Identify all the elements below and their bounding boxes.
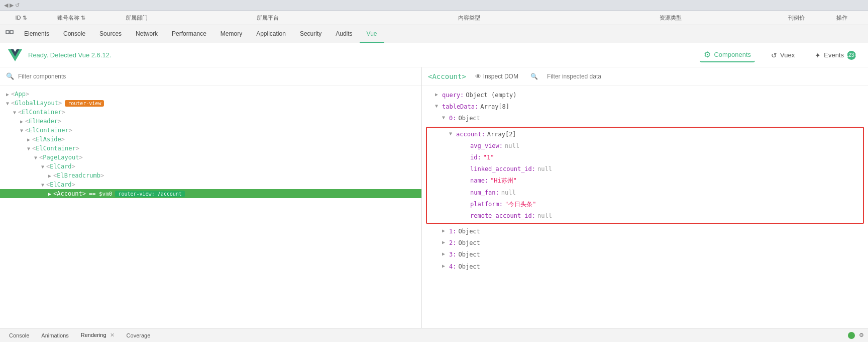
data-row-platform: platform: "今日头条" bbox=[427, 199, 863, 210]
tab-elements[interactable]: Elements bbox=[17, 25, 56, 43]
devtools-tab-bar: Elements Console Sources Network Perform… bbox=[0, 25, 868, 43]
tree-item-elaside[interactable]: <ElAside> bbox=[0, 135, 421, 144]
components-button[interactable]: ⚙ Components bbox=[700, 48, 755, 62]
tree-item-elheader[interactable]: <ElHeader> bbox=[0, 117, 421, 126]
vue-panel-header: Ready. Detected Vue 2.6.12. ⚙ Components… bbox=[0, 43, 868, 67]
svg-rect-1 bbox=[10, 31, 13, 34]
tab-application[interactable]: Application bbox=[249, 25, 293, 43]
tree-arrow-elcontainer2[interactable] bbox=[18, 128, 25, 133]
data-tree: query: Object (empty) tableData: Array[8… bbox=[422, 86, 868, 328]
tree-arrow-elbreadcrumb[interactable] bbox=[46, 173, 53, 179]
tree-arrow-elcontainer1[interactable] bbox=[11, 110, 18, 115]
bottom-tab-animations[interactable]: Animations bbox=[36, 331, 73, 340]
bottom-tab-console[interactable]: Console bbox=[4, 331, 34, 340]
eye-icon: 👁 bbox=[475, 73, 481, 80]
tree-item-elcontainer-2[interactable]: <ElContainer> bbox=[0, 126, 421, 135]
data-row-tabledata: tableData: Array[8] bbox=[422, 101, 868, 113]
filter-bar: 🔍 bbox=[0, 67, 421, 86]
data-row-name: name: "Hi苏州" bbox=[427, 175, 863, 187]
page-table-header: ID ⇅ 账号名称 ⇅ 所属部门 所属平台 内容类型 资源类型 刊例价 操作 bbox=[0, 11, 868, 25]
components-icon: ⚙ bbox=[704, 50, 711, 59]
filter-inspected-input[interactable] bbox=[547, 73, 862, 80]
events-badge: 123+ bbox=[847, 51, 856, 60]
events-label: Events bbox=[824, 51, 844, 59]
item0-arrow[interactable] bbox=[442, 114, 449, 122]
devtools-panel: Elements Console Sources Network Perform… bbox=[0, 25, 868, 342]
col-ops: 操作 bbox=[822, 14, 862, 22]
tree-arrow-elcard2[interactable] bbox=[39, 182, 46, 188]
tab-vue[interactable]: Vue bbox=[360, 25, 384, 43]
tree-item-elcard-1[interactable]: <ElCard> bbox=[0, 162, 421, 171]
data-row-query: query: Object (empty) bbox=[422, 90, 868, 101]
tree-arrow-account[interactable] bbox=[46, 191, 53, 197]
components-label: Components bbox=[714, 51, 751, 58]
col-content: 内容类型 bbox=[368, 14, 570, 22]
vue-main: 🔍 <App> <GlobalLayout> router-view bbox=[0, 67, 868, 328]
col-price: 刊例价 bbox=[772, 14, 822, 22]
data-row-item0: 0: Object bbox=[422, 113, 868, 124]
col-id: ID ⇅ bbox=[6, 15, 36, 21]
filter-components-input[interactable] bbox=[18, 73, 415, 80]
browser-top-bar: ◀ ▶ ↺ bbox=[0, 0, 868, 11]
tree-item-elcontainer-3[interactable]: <ElContainer> bbox=[0, 144, 421, 153]
inspector-component-name: <Account> bbox=[428, 72, 466, 80]
router-view-badge: router-view bbox=[65, 100, 104, 107]
browser-nav: ◀ ▶ ↺ bbox=[4, 2, 20, 9]
bottom-tab-rendering[interactable]: Rendering ✕ bbox=[76, 330, 120, 340]
tree-arrow-elcontainer3[interactable] bbox=[25, 146, 32, 151]
inspect-dom-button[interactable]: 👁 Inspect DOM bbox=[472, 72, 521, 81]
tree-item-pagelayout[interactable]: <PageLayout> bbox=[0, 153, 421, 162]
tabledata-arrow[interactable] bbox=[435, 102, 442, 110]
tab-performance[interactable]: Performance bbox=[165, 25, 213, 43]
tree-item-account[interactable]: <Account> == $vm0 router-view: /account bbox=[0, 189, 421, 198]
tree-item-globallayout[interactable]: <GlobalLayout> router-view bbox=[0, 99, 421, 108]
tree-item-app[interactable]: <App> bbox=[0, 90, 421, 99]
tree-arrow-pagelayout[interactable] bbox=[32, 155, 39, 160]
vue-ready-text: Ready. Detected Vue 2.6.12. bbox=[28, 51, 694, 59]
inspector-header: <Account> 👁 Inspect DOM 🔍 bbox=[422, 67, 868, 86]
search-icon: 🔍 bbox=[530, 73, 538, 80]
tab-sources[interactable]: Sources bbox=[92, 25, 129, 43]
tree-arrow-globallayout[interactable] bbox=[4, 101, 11, 106]
tree-item-elcontainer-1[interactable]: <ElContainer> bbox=[0, 108, 421, 117]
filter-search-icon: 🔍 bbox=[6, 72, 14, 80]
data-row-id: id: "1" bbox=[427, 152, 863, 163]
tab-console[interactable]: Console bbox=[56, 25, 92, 43]
tree-arrow-elheader[interactable] bbox=[18, 119, 25, 124]
tab-network[interactable]: Network bbox=[129, 25, 165, 43]
vue-header-buttons: ⚙ Components ↺ Vuex ✦ Events 123+ bbox=[700, 48, 860, 62]
tab-audits[interactable]: Audits bbox=[329, 25, 359, 43]
query-arrow[interactable] bbox=[435, 91, 442, 99]
devtools-settings-icon[interactable]: ⚙ bbox=[859, 332, 864, 338]
tab-memory[interactable]: Memory bbox=[213, 25, 249, 43]
tree-item-elcard-2[interactable]: <ElCard> bbox=[0, 180, 421, 189]
component-tree-panel: 🔍 <App> <GlobalLayout> router-view bbox=[0, 67, 422, 328]
item4-arrow[interactable] bbox=[442, 262, 449, 270]
devtools-icon[interactable] bbox=[2, 25, 17, 43]
item2-arrow[interactable] bbox=[442, 238, 449, 246]
rendering-close-button[interactable]: ✕ bbox=[110, 332, 115, 338]
vuex-label: Vuex bbox=[780, 51, 795, 59]
vuex-button[interactable]: ↺ Vuex bbox=[767, 49, 799, 61]
bottom-tab-coverage[interactable]: Coverage bbox=[122, 331, 156, 340]
account-arrow[interactable] bbox=[449, 130, 456, 138]
events-icon: ✦ bbox=[815, 51, 821, 59]
tree-arrow-app[interactable] bbox=[4, 92, 11, 97]
col-dept: 所属部门 bbox=[106, 14, 167, 22]
events-button[interactable]: ✦ Events 123+ bbox=[811, 49, 860, 62]
data-row-account: account: Array[2] bbox=[427, 129, 863, 140]
filter-search-button[interactable]: 🔍 bbox=[527, 72, 541, 81]
item3-arrow[interactable] bbox=[442, 250, 449, 258]
tab-security[interactable]: Security bbox=[293, 25, 329, 43]
tree-arrow-elaside[interactable] bbox=[25, 137, 32, 142]
inspector-panel: <Account> 👁 Inspect DOM 🔍 query: bbox=[422, 67, 868, 328]
status-dot bbox=[848, 332, 855, 339]
vm0-label: == $vm0 bbox=[89, 191, 112, 197]
data-row-item1: 1: Object bbox=[422, 226, 868, 237]
data-row-avg-view: avg_view: null bbox=[427, 140, 863, 152]
tree-item-elbreadcrumb[interactable]: <ElBreadcrumb> bbox=[0, 171, 421, 180]
item1-arrow[interactable] bbox=[442, 227, 449, 235]
tree-arrow-elcard1[interactable] bbox=[39, 164, 46, 169]
col-platform: 所属平台 bbox=[167, 14, 368, 22]
vue-logo bbox=[8, 48, 22, 62]
